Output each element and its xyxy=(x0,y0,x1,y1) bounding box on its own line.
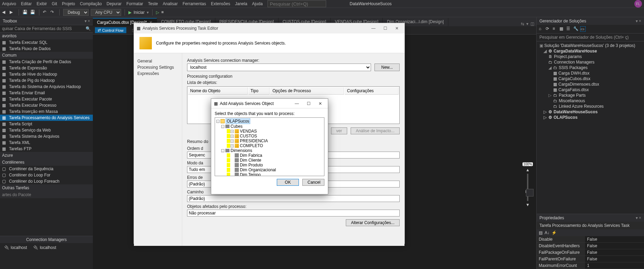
property-value[interactable]: False xyxy=(585,243,644,249)
tree-folder-ssis[interactable]: ◢🗀SSIS Packages xyxy=(538,65,643,70)
property-row[interactable]: FailPackageOnFailureFalse xyxy=(537,249,644,256)
toolbox-item[interactable]: ▦Tarefa Criação de Perfil de Dados xyxy=(0,59,93,65)
change-settings-button[interactable]: Alterar Configurações... xyxy=(346,219,400,226)
zoom-minus-icon[interactable]: ▼ xyxy=(526,202,530,207)
connection-item[interactable]: 🔌localhost xyxy=(33,245,56,250)
toolbox-item[interactable]: ▦Tarefa Fluxo de Dados xyxy=(0,46,93,52)
redo-icon[interactable]: ↷ xyxy=(50,10,56,15)
global-search-input[interactable] xyxy=(267,0,326,7)
toolbox-item[interactable]: ▦Tarefa Executar Processo xyxy=(0,102,93,108)
toolbox-search[interactable]: quisar Caixa de Ferramentas do SSIS🔍 xyxy=(0,25,93,32)
save-icon[interactable]: 💾 xyxy=(22,10,28,15)
events-icon[interactable]: ⚡ xyxy=(552,230,557,235)
tree-item[interactable]: ▦Carga DWH.dtsx xyxy=(538,70,643,76)
toolbox-item[interactable]: ▦Tarefa Serviço da Web xyxy=(0,127,93,133)
close-icon[interactable]: ✕ xyxy=(392,26,402,31)
zoom-slider[interactable]: 100% ▲ ▼ xyxy=(523,162,533,207)
toolbox-group-outras[interactable]: Outras Tarefas xyxy=(0,184,93,191)
tab-control-flow[interactable]: ⇄Control Flow xyxy=(95,27,126,33)
property-value[interactable]: 1 xyxy=(585,262,644,269)
collapse-icon[interactable]: ≡ xyxy=(553,26,558,32)
property-row[interactable]: MaximumErrorCount1 xyxy=(537,262,644,269)
refresh-icon[interactable]: ⟳ xyxy=(546,26,551,32)
menu-item[interactable]: Editar xyxy=(21,1,32,6)
menu-item[interactable]: Analisar xyxy=(163,1,178,6)
tree-folder-dimensions[interactable]: –Dimensions xyxy=(216,148,323,153)
start-no-debug-icon[interactable]: ▷ xyxy=(156,10,159,15)
solution-search[interactable]: Pesquisar em Gerenciador de Soluções (Ct… xyxy=(537,33,644,41)
tree-cube-item[interactable]: +PRESIDENCIA xyxy=(216,138,323,143)
tab-overflow-icon[interactable]: ⇆ xyxy=(521,21,524,26)
add-dialog-titlebar[interactable]: ▦ Add Analysis Services Object — ☐ ✕ xyxy=(211,99,328,108)
toolbox-group-conteiners[interactable]: Contêineres xyxy=(0,159,93,166)
toolbox-item[interactable]: ▦Tarefa Sistema de Arquivos xyxy=(0,133,93,140)
dialog-nav-item[interactable]: Expressões xyxy=(137,70,178,77)
property-row[interactable]: DisableFalse xyxy=(537,236,644,243)
zoom-plus-icon[interactable]: ▲ xyxy=(526,167,530,172)
start-button[interactable]: Iniciar xyxy=(134,10,145,15)
start-icon[interactable]: ▶ xyxy=(128,10,131,15)
tree-item[interactable]: 🗀Miscellaneous xyxy=(538,98,643,104)
view-icon[interactable]: ▭ xyxy=(580,26,586,32)
toolbox-item[interactable]: ▦Tarefa Inserção em Massa xyxy=(0,108,93,115)
toolbox-item[interactable]: ▦Tarefas FTP xyxy=(0,146,93,152)
tree-item[interactable]: ▦CargaFatos.dtsx xyxy=(538,87,643,93)
menu-item[interactable]: Ferramentas xyxy=(183,1,206,6)
toolbox-group-favoritos[interactable]: avoritos xyxy=(0,32,93,39)
menu-item[interactable]: Formatar xyxy=(126,1,143,6)
toolbox-item[interactable]: ▦Tarefa Executar SQL xyxy=(0,39,93,46)
tree-root[interactable]: –OLAPSucos xyxy=(216,118,323,124)
solution-node[interactable]: ▣Solução 'DataWareHouseSucos' (3 de 3 pr… xyxy=(538,43,643,48)
back-icon[interactable]: ◀ xyxy=(2,10,8,15)
window-layout-icon[interactable]: ◫ xyxy=(530,21,534,26)
toolbox-item[interactable]: ▦Tarefa Processamento do Analysis Servic… xyxy=(0,115,93,121)
menu-item[interactable]: Ajuda xyxy=(252,1,263,6)
tree-item[interactable]: 🗀Connection Managers xyxy=(538,59,643,65)
toolbox-item[interactable]: ▦Tarefa de Pig do Hadoop xyxy=(0,77,93,84)
menu-item[interactable]: Arquivo xyxy=(2,1,16,6)
tab-dropdown-icon[interactable]: ▾ xyxy=(526,21,528,26)
property-row[interactable]: DisableEventHandlersFalse xyxy=(537,243,644,249)
dialog-nav-item[interactable]: Processing Settings xyxy=(137,64,178,70)
tree-item[interactable]: ▦CargaCubos.dtsx xyxy=(538,76,643,81)
alpha-icon[interactable]: A↓ xyxy=(545,230,549,235)
tree-dimension-item[interactable]: Dim Fabrica xyxy=(216,153,323,158)
connection-dropdown[interactable]: localhost xyxy=(187,64,371,71)
project-node[interactable]: ▷⚙OLAPSucos xyxy=(538,115,643,120)
property-value[interactable]: False xyxy=(585,249,644,256)
show-all-icon[interactable]: ▦ xyxy=(559,26,565,32)
user-avatar[interactable]: FL xyxy=(634,0,642,8)
col-type[interactable]: Tipo xyxy=(248,87,270,95)
toolbox-item[interactable]: ▢Contêiner do Loop For xyxy=(0,172,93,178)
col-object-name[interactable]: Nome do Objeto xyxy=(188,87,248,95)
tree-item[interactable]: 🗀Linked Azure Resources xyxy=(538,104,643,109)
tree-item[interactable]: ▷🗀Package Parts xyxy=(538,93,643,98)
project-node[interactable]: ◢⚙CargaDataWareHouse xyxy=(538,48,643,54)
menu-item[interactable]: Extensões xyxy=(211,1,230,6)
tree-dimension-item[interactable]: Dim Tempo xyxy=(216,172,323,176)
col-settings[interactable]: Configurações xyxy=(345,87,399,95)
toolbox-item[interactable]: ▦Tarefa XML xyxy=(0,140,93,146)
undo-icon[interactable]: ↶ xyxy=(43,10,48,15)
dialog-titlebar[interactable]: ▦ Analysis Services Processing Task Edit… xyxy=(134,23,404,33)
menu-item[interactable]: Janela xyxy=(235,1,247,6)
tree-dimension-item[interactable]: Dim Cliente xyxy=(216,158,323,163)
object-tree[interactable]: –OLAPSucos –Cubes +VENDAS+CUSTOS+PRESIDE… xyxy=(215,117,324,176)
property-value[interactable]: False xyxy=(585,236,644,242)
menu-item[interactable]: Git xyxy=(52,1,57,6)
ok-button[interactable]: OK xyxy=(277,179,299,186)
tree-dimension-item[interactable]: Dim Organizacional xyxy=(216,167,323,172)
wrench-icon[interactable]: 🔧 xyxy=(573,26,579,32)
tree-cube-item[interactable]: +VENDAS xyxy=(216,129,323,134)
maximize-icon[interactable]: ☐ xyxy=(380,26,390,31)
menu-item[interactable]: Projeto xyxy=(62,1,75,6)
toolbox-item[interactable]: ▦Tarefa de Expressão xyxy=(0,65,93,71)
tree-cube-item[interactable]: +CUSTOS xyxy=(216,134,323,138)
menu-item[interactable]: Teste xyxy=(148,1,158,6)
platform-dropdown[interactable]: Any CPU xyxy=(91,9,121,16)
properties-icon[interactable]: ☰ xyxy=(566,26,572,32)
home-icon[interactable]: ⌂ xyxy=(539,26,544,32)
close-icon[interactable]: ✕ xyxy=(315,101,325,106)
new-connection-button[interactable]: New... xyxy=(374,64,400,71)
menu-item[interactable]: Depurar xyxy=(107,1,121,6)
